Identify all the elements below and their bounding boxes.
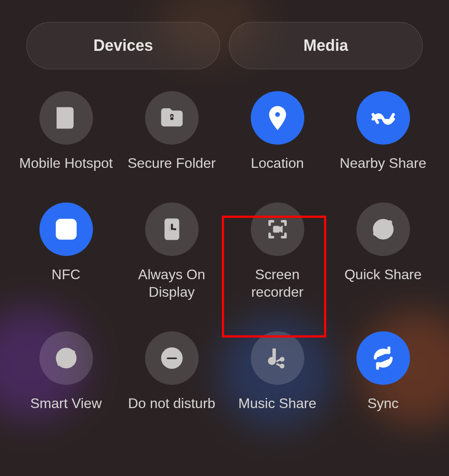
tile-nfc[interactable]: NFC	[13, 202, 119, 301]
media-pill[interactable]: Media	[229, 22, 423, 69]
location-icon	[251, 91, 304, 145]
tile-music-share[interactable]: Music Share	[224, 331, 330, 412]
tile-do-not-disturb[interactable]: Do not disturb	[119, 331, 224, 412]
secure-folder-icon	[145, 91, 199, 145]
quick-settings-grid: Mobile Hotspot Secure Folder Location Ne…	[0, 69, 449, 412]
tile-label: Sync	[367, 394, 399, 412]
svg-point-12	[71, 351, 74, 354]
svg-rect-14	[166, 357, 178, 359]
svg-text:L: L	[168, 223, 174, 233]
nfc-icon	[39, 202, 93, 256]
devices-pill[interactable]: Devices	[26, 22, 220, 69]
tile-always-on-display[interactable]: L Always On Display	[119, 202, 224, 301]
hotspot-icon	[39, 91, 93, 145]
svg-point-11	[57, 362, 61, 365]
tile-label: Secure Folder	[128, 154, 216, 172]
quick-share-icon	[356, 202, 410, 256]
smart-view-icon	[39, 331, 93, 385]
dnd-icon	[145, 331, 199, 385]
svg-point-0	[60, 121, 62, 123]
devices-pill-label: Devices	[93, 36, 153, 55]
svg-point-9	[388, 221, 391, 224]
nearby-share-icon	[356, 91, 410, 145]
tile-nearby-share[interactable]: Nearby Share	[330, 91, 436, 172]
tile-label: Location	[251, 154, 304, 172]
tile-label: Nearby Share	[340, 154, 426, 172]
tile-label: Always On Display	[124, 266, 220, 301]
screen-recorder-icon	[251, 202, 304, 256]
svg-point-8	[374, 232, 377, 235]
svg-rect-6	[273, 227, 279, 232]
tile-label: Music Share	[239, 394, 317, 412]
tile-mobile-hotspot[interactable]: Mobile Hotspot	[13, 91, 119, 172]
tile-sync[interactable]: Sync	[330, 331, 436, 412]
sync-icon	[356, 331, 410, 385]
music-share-icon	[251, 331, 304, 385]
tile-smart-view[interactable]: Smart View	[13, 331, 119, 412]
tile-screen-recorder[interactable]: Screen recorder	[224, 202, 330, 301]
tile-label: Mobile Hotspot	[19, 154, 113, 172]
svg-rect-1	[170, 117, 174, 120]
svg-point-2	[274, 112, 280, 117]
aod-icon: L	[145, 202, 199, 256]
media-pill-label: Media	[303, 36, 348, 55]
tile-label: NFC	[52, 266, 81, 283]
tile-secure-folder[interactable]: Secure Folder	[119, 91, 224, 172]
tile-label: Quick Share	[344, 266, 421, 283]
tile-label: Smart View	[30, 394, 102, 412]
header-pills: Devices Media	[0, 0, 449, 69]
tile-label: Do not disturb	[128, 394, 215, 412]
tile-label: Screen recorder	[229, 266, 326, 301]
tile-quick-share[interactable]: Quick Share	[330, 202, 436, 301]
tile-location[interactable]: Location	[224, 91, 330, 172]
